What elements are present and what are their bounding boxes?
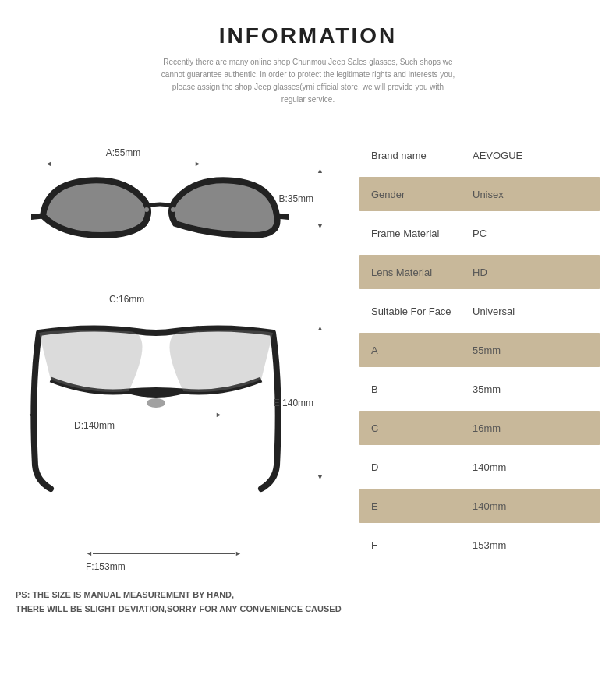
spec-label-frame: Frame Material xyxy=(371,228,465,239)
spec-label-e: E xyxy=(371,500,465,512)
header-subtitle: Recently there are many online shop Chun… xyxy=(160,56,456,106)
footer-line1: PS: THE SIZE IS MANUAL MEASUREMENT BY HA… xyxy=(16,588,600,602)
main-content: A:55mm ◄ ► xyxy=(0,122,616,582)
top-glasses-diagram: A:55mm ◄ ► xyxy=(16,138,327,309)
spec-row-c: C16mm xyxy=(359,411,600,445)
spec-value-a: 55mm xyxy=(473,344,501,356)
spec-value-gender: Unisex xyxy=(473,189,504,200)
dim-f-label: ◄ ► F:153mm xyxy=(86,549,242,573)
spec-value-f: 153mm xyxy=(473,539,506,551)
svg-point-2 xyxy=(144,207,149,212)
spec-value-e: 140mm xyxy=(473,500,506,512)
spec-label-c: C xyxy=(371,422,465,434)
spec-label-a: A xyxy=(371,344,465,356)
page-title: INFORMATION xyxy=(16,23,600,48)
spec-row-f: F153mm xyxy=(359,528,600,562)
spec-value-lens: HD xyxy=(473,267,487,278)
spec-row-e: E140mm xyxy=(359,489,600,523)
dim-b: B:35mm ▲ ▼ xyxy=(278,168,324,230)
spec-label-gender: Gender xyxy=(371,189,465,200)
spec-row-lens: Lens MaterialHD xyxy=(359,255,600,289)
spec-value-d: 140mm xyxy=(473,461,506,473)
footer-line2: THERE WILL BE SLIGHT DEVIATION,SORRY FOR… xyxy=(16,602,600,617)
glasses-front-svg xyxy=(31,161,289,263)
page-header: INFORMATION Recently there are many onli… xyxy=(0,0,616,122)
right-panel: Brand nameAEVOGUEGenderUnisexFrame Mater… xyxy=(359,138,600,574)
spec-label-f: F xyxy=(371,539,465,551)
spec-label-lens: Lens Material xyxy=(371,267,465,278)
spec-row-a: A55mm xyxy=(359,333,600,367)
spec-row-face: Suitable For FaceUniversal xyxy=(359,294,600,328)
spec-row-frame: Frame MaterialPC xyxy=(359,216,600,250)
left-panel: A:55mm ◄ ► xyxy=(16,138,343,574)
spec-label-brand: Brand name xyxy=(371,150,465,161)
spec-value-brand: AEVOGUE xyxy=(473,150,522,161)
svg-point-4 xyxy=(147,398,165,408)
spec-label-d: D xyxy=(371,461,465,473)
glasses-back-svg xyxy=(27,325,285,504)
spec-row-b: B35mm xyxy=(359,372,600,406)
dim-e: E:140mm ▲ ▼ xyxy=(274,325,324,481)
specs-table: Brand nameAEVOGUEGenderUnisexFrame Mater… xyxy=(359,138,600,562)
spec-row-d: D140mm xyxy=(359,450,600,484)
spec-value-b: 35mm xyxy=(473,383,501,395)
spec-row-brand: Brand nameAEVOGUE xyxy=(359,138,600,172)
spec-label-face: Suitable For Face xyxy=(371,306,465,317)
bottom-glasses-diagram: ◄ ► D:140mm xyxy=(16,309,327,574)
footer-note: PS: THE SIZE IS MANUAL MEASUREMENT BY HA… xyxy=(0,582,616,627)
svg-line-0 xyxy=(31,216,43,217)
spec-value-c: 16mm xyxy=(473,422,501,434)
svg-point-3 xyxy=(171,207,175,212)
spec-value-face: Universal xyxy=(473,306,515,317)
spec-value-frame: PC xyxy=(473,228,487,239)
spec-label-b: B xyxy=(371,383,465,395)
spec-row-gender: GenderUnisex xyxy=(359,177,600,211)
dim-c-label: C:16mm xyxy=(109,292,144,306)
